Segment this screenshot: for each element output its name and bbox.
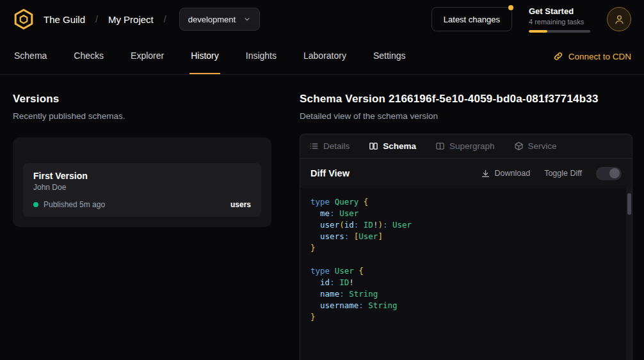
detail-tab-details[interactable]: Details (309, 141, 350, 151)
code-line: type User { (310, 265, 622, 277)
user-icon (613, 13, 625, 26)
tab-laboratory[interactable]: Laboratory (302, 38, 348, 74)
code-line: } (310, 311, 622, 323)
toggle-knob (609, 168, 620, 178)
version-detail-title: Schema Version 2166196f-5e10-4059-bd0a-0… (300, 93, 632, 106)
get-started-subtitle: 4 remaining tasks (529, 18, 590, 26)
code-line: me: User (310, 208, 622, 219)
service-icon (514, 141, 524, 151)
detail-tab-label: Schema (383, 141, 416, 151)
code-lines: type Query { me: User user(id: ID!): Use… (310, 196, 622, 323)
tab-explorer[interactable]: Explorer (129, 38, 165, 74)
code-line (310, 254, 622, 265)
code-scrollbar-track (626, 188, 632, 360)
code-line: name: String (310, 288, 622, 300)
download-label: Download (495, 169, 531, 178)
user-avatar[interactable] (607, 7, 631, 31)
get-started-widget[interactable]: Get Started 4 remaining tasks (529, 6, 590, 33)
detail-tab-service[interactable]: Service (514, 141, 557, 151)
get-started-title: Get Started (529, 6, 590, 16)
version-name: First Version (33, 171, 251, 181)
download-icon (481, 169, 490, 178)
code-line: id: ID! (310, 277, 622, 288)
detail-tab-supergraph[interactable]: Supergraph (435, 141, 495, 151)
get-started-progress-fill (529, 30, 547, 33)
version-list-item[interactable]: First Version John Doe Published 5m ago … (23, 163, 261, 217)
notification-dot (508, 5, 513, 10)
schema-icon (369, 141, 378, 151)
chevron-down-icon (243, 15, 251, 23)
diff-view-title: Diff View (310, 168, 350, 178)
target-badge: users (230, 200, 251, 209)
main-nav-tabs: SchemaChecksExplorerHistoryInsightsLabor… (13, 38, 407, 74)
code-line: type Query { (310, 196, 622, 208)
hive-logo-icon[interactable] (13, 8, 35, 30)
detail-tab-label: Supergraph (449, 141, 495, 151)
connect-to-cdn-link[interactable]: Connect to CDN (553, 51, 631, 61)
version-detail-subtitle: Detailed view of the schema version (300, 111, 632, 121)
supergraph-icon (435, 141, 445, 151)
detail-tab-label: Service (528, 141, 557, 151)
code-line: user(id: ID!): User (310, 219, 622, 231)
main-nav: SchemaChecksExplorerHistoryInsightsLabor… (0, 38, 644, 75)
version-detail-section: Schema Version 2166196f-5e10-4059-bd0a-0… (284, 75, 644, 360)
diff-view-header: Diff View Download Toggle Diff (300, 159, 632, 188)
published-status-dot (33, 202, 38, 207)
breadcrumb-separator: / (95, 14, 98, 24)
top-bar: The Guild / My Project / development Lat… (0, 0, 644, 38)
code-scrollbar-thumb[interactable] (627, 193, 631, 215)
latest-changes-label: Latest changes (444, 15, 500, 24)
version-detail-panel: DetailsSchemaSupergraphService Diff View… (300, 134, 632, 360)
breadcrumb-org[interactable]: The Guild (44, 14, 85, 25)
download-button[interactable]: Download (481, 169, 531, 178)
detail-tab-bar: DetailsSchemaSupergraphService (300, 134, 632, 159)
code-block: type Query { me: User user(id: ID!): Use… (300, 188, 632, 360)
code-line: users: [User] (310, 231, 622, 242)
main-content: Versions Recently published schemas. Fir… (0, 75, 644, 360)
detail-tab-label: Details (323, 141, 350, 151)
list-icon (309, 141, 319, 151)
diff-toggle-switch[interactable] (596, 167, 622, 180)
breadcrumb-project[interactable]: My Project (108, 14, 154, 25)
get-started-progress (529, 30, 590, 33)
tab-history[interactable]: History (189, 38, 220, 74)
tab-schema[interactable]: Schema (13, 38, 48, 74)
versions-title: Versions (13, 93, 271, 106)
code-line: username: String (310, 300, 622, 311)
version-author: John Doe (33, 183, 251, 192)
detail-tab-schema[interactable]: Schema (369, 141, 416, 151)
connect-to-cdn-label: Connect to CDN (568, 52, 631, 61)
breadcrumb-separator: / (164, 14, 166, 24)
latest-changes-button[interactable]: Latest changes (431, 7, 512, 31)
versions-section: Versions Recently published schemas. Fir… (0, 75, 284, 360)
target-selector-value: development (188, 15, 236, 24)
link-icon (553, 51, 563, 61)
tab-settings[interactable]: Settings (372, 38, 407, 74)
tab-checks[interactable]: Checks (72, 38, 105, 74)
toggle-diff-label: Toggle Diff (544, 169, 582, 178)
versions-card: First Version John Doe Published 5m ago … (13, 137, 271, 227)
version-status: Published 5m ago (44, 200, 105, 209)
versions-subtitle: Recently published schemas. (13, 111, 271, 121)
tab-insights[interactable]: Insights (245, 38, 278, 74)
target-selector[interactable]: development (179, 8, 260, 31)
code-line: } (310, 242, 622, 254)
